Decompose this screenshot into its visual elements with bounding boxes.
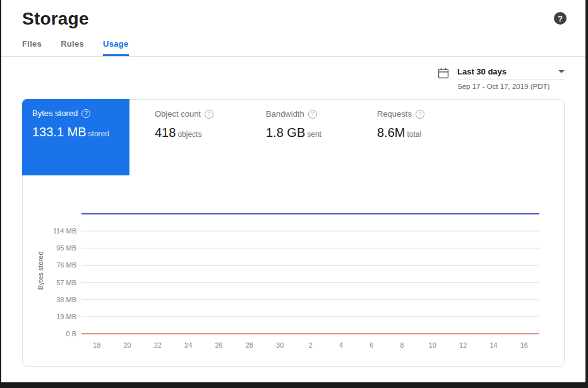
date-range-detail: Sep 17 - Oct 17, 2019 (PDT) — [457, 83, 565, 90]
metric-card-bandwidth[interactable]: Bandwidth ? 1.8 GBsent — [252, 100, 363, 175]
tab-bar: Files Rules Usage — [1, 39, 585, 56]
metric-label: Bytes stored ? — [32, 109, 119, 118]
tab-rules[interactable]: Rules — [61, 39, 84, 56]
metric-unit: objects — [177, 130, 201, 139]
metric-label-text: Bytes stored — [32, 109, 78, 118]
metric-value: 418objects — [155, 126, 252, 140]
svg-text:16: 16 — [520, 341, 528, 349]
metric-label: Object count ? — [155, 109, 252, 119]
svg-text:57 MB: 57 MB — [56, 279, 76, 286]
svg-text:76 MB: 76 MB — [56, 261, 76, 269]
svg-text:38 MB: 38 MB — [56, 296, 76, 303]
svg-text:10: 10 — [429, 341, 436, 349]
svg-text:Bytes stored: Bytes stored — [37, 251, 44, 290]
toolbar: Last 30 days Sep 17 - Oct 17, 2019 (PDT) — [1, 57, 585, 97]
help-circle-icon: ? — [205, 110, 213, 119]
chevron-down-icon — [558, 70, 565, 73]
svg-text:28: 28 — [246, 341, 253, 349]
help-circle-icon: ? — [81, 109, 90, 118]
metric-label: Bandwidth ? — [266, 109, 363, 119]
page-header: Storage ? — [1, 0, 585, 29]
svg-text:0 B: 0 B — [66, 330, 76, 338]
date-range-row: Last 30 days — [457, 67, 565, 80]
svg-text:19 MB: 19 MB — [56, 313, 76, 320]
metric-label-text: Requests — [377, 109, 412, 119]
date-range-texts: Last 30 days Sep 17 - Oct 17, 2019 (PDT) — [457, 67, 565, 90]
svg-text:14: 14 — [489, 341, 497, 349]
metric-value-text: 133.1 MB — [32, 125, 87, 139]
tab-usage[interactable]: Usage — [103, 39, 129, 56]
metric-unit: stored — [88, 129, 109, 138]
storage-page: Storage ? Files Rules Usage Last 30 days — [0, 0, 588, 388]
usage-panel: Bytes stored ? 133.1 MBstored Object cou… — [22, 99, 565, 367]
help-icon[interactable]: ? — [554, 12, 567, 25]
svg-text:4: 4 — [339, 341, 343, 349]
metric-value: 8.6Mtotal — [377, 126, 474, 140]
metrics-row: Bytes stored ? 133.1 MBstored Object cou… — [23, 100, 564, 175]
page-title: Storage — [22, 9, 89, 29]
metric-label: Requests ? — [377, 109, 474, 119]
metric-value-text: 1.8 GB — [266, 126, 305, 139]
svg-text:114 MB: 114 MB — [53, 227, 76, 235]
calendar-icon — [438, 68, 449, 81]
tab-files[interactable]: Files — [22, 39, 42, 56]
svg-text:22: 22 — [154, 341, 162, 349]
metric-value-text: 8.6M — [377, 126, 405, 139]
metric-label-text: Object count — [155, 109, 201, 119]
metric-value: 1.8 GBsent — [266, 126, 363, 140]
svg-text:95 MB: 95 MB — [56, 244, 76, 252]
help-circle-icon: ? — [308, 110, 317, 119]
metric-value-text: 418 — [155, 126, 176, 139]
date-range-selector[interactable]: Last 30 days Sep 17 - Oct 17, 2019 (PDT) — [438, 67, 565, 90]
svg-text:30: 30 — [276, 341, 284, 349]
svg-text:6: 6 — [369, 341, 373, 349]
svg-text:18: 18 — [93, 341, 100, 349]
metric-label-text: Bandwidth — [266, 109, 304, 119]
help-circle-icon: ? — [416, 110, 424, 119]
metric-card-requests[interactable]: Requests ? 8.6Mtotal — [363, 100, 474, 175]
metric-card-bytes-stored[interactable]: Bytes stored ? 133.1 MBstored — [22, 99, 129, 175]
svg-text:2: 2 — [308, 341, 312, 349]
metric-unit: sent — [307, 130, 321, 139]
svg-text:26: 26 — [215, 341, 222, 349]
metric-value: 133.1 MBstored — [32, 125, 119, 139]
svg-text:20: 20 — [123, 341, 131, 349]
metric-card-object-count[interactable]: Object count ? 418objects — [141, 100, 252, 175]
usage-chart-svg: 114 MB95 MB76 MB57 MB38 MB19 MB0 B182022… — [34, 198, 552, 353]
date-range-label: Last 30 days — [457, 67, 507, 76]
usage-chart: 114 MB95 MB76 MB57 MB38 MB19 MB0 B182022… — [23, 198, 564, 353]
svg-text:8: 8 — [400, 341, 404, 349]
svg-text:24: 24 — [184, 341, 192, 349]
svg-text:12: 12 — [459, 341, 467, 349]
metric-unit: total — [407, 130, 421, 139]
